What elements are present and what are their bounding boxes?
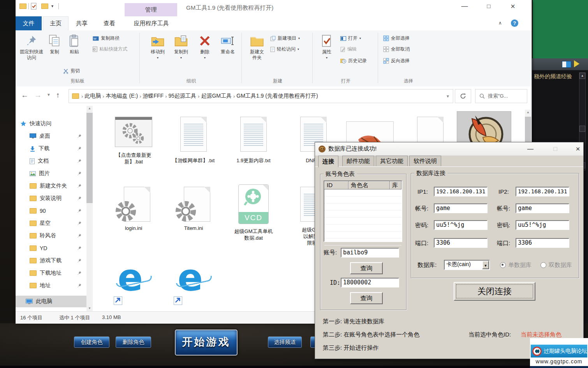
table-row[interactable] — [324, 203, 401, 210]
scroll-down-icon[interactable]: ▼ — [86, 306, 93, 311]
role-table[interactable]: ID 角色名 库 — [324, 180, 402, 242]
forward-icon[interactable]: → — [34, 91, 42, 100]
maximize-button[interactable]: □ — [480, 0, 498, 13]
file-item-txt[interactable]: 1.9更新内容.txt — [228, 117, 279, 164]
crumb-this-pc[interactable]: 此电脑 — [83, 93, 102, 100]
dropdown-arrow-icon[interactable]: ▼ — [482, 261, 489, 269]
table-row[interactable] — [324, 189, 401, 196]
pin-to-quick-access-button[interactable]: 固定到快速访问 — [19, 33, 44, 61]
file-item-ie-shortcut[interactable]: e — [114, 266, 153, 308]
sidebar-item-folder[interactable]: 游戏下载 — [16, 254, 86, 267]
tab-app-tools[interactable]: 应用程序工具 — [125, 16, 177, 30]
file-label[interactable]: 【点击查最新更新】.bat — [110, 152, 157, 165]
crumb-current[interactable]: GM工具1.9 (先看使用教程再打开) — [235, 93, 319, 100]
scroll-up-icon[interactable]: ▲ — [525, 110, 531, 115]
account-input[interactable]: bailbo9 — [341, 248, 399, 258]
close-connection-button[interactable]: 关闭连接 — [454, 282, 535, 301]
scroll-up-icon[interactable]: ▲ — [86, 106, 93, 111]
file-item-dat[interactable]: VCD 超级GM工具单机数据.dat — [228, 184, 279, 241]
select-none-button[interactable]: 全部取消 — [383, 46, 410, 53]
file-label[interactable]: 1.9更新内容.txt — [228, 157, 279, 164]
table-row[interactable] — [324, 231, 401, 238]
minimize-button[interactable]: — — [456, 0, 474, 13]
up-icon[interactable]: ↑ — [56, 91, 60, 100]
sidebar-item-folder[interactable]: 聆风谷 — [16, 230, 86, 242]
ip2-input[interactable]: 192.168.200.131 — [516, 187, 569, 196]
close-button[interactable]: × — [504, 0, 522, 13]
sidebar-item-pictures[interactable]: 图片 — [16, 167, 86, 180]
sidebar-item-folder[interactable]: 90 — [16, 205, 86, 217]
manage-contextual-tab[interactable]: 管理 — [125, 3, 177, 16]
sidebar-item-this-pc[interactable]: 此电脑 — [16, 296, 86, 307]
table-row[interactable] — [324, 224, 401, 231]
sidebar-item-folder[interactable]: 新建文件夹 — [16, 180, 86, 192]
folder-icon[interactable] — [19, 4, 26, 9]
breadcrumb[interactable]: › 此电脑› 本地磁盘 (E:)› 游蝶FFF› 95起源工具› 起源GM工具›… — [69, 89, 453, 103]
create-character-button[interactable]: 创建角色 — [74, 336, 109, 348]
column-header-id[interactable]: ID — [324, 181, 349, 189]
sidebar-item-folder[interactable]: 星空 — [16, 217, 86, 230]
user2-input[interactable]: game — [516, 203, 569, 213]
qat-dropdown-icon[interactable]: ▼ — [51, 4, 54, 8]
move-to-button[interactable]: 移动到▾ — [147, 33, 168, 61]
sidebar-item-folder[interactable]: 下载地址 — [16, 267, 86, 279]
file-label[interactable]: 超级GM工具单机数据.dat — [233, 228, 274, 241]
table-row[interactable] — [324, 217, 401, 224]
crumb-folder[interactable]: 游蝶FFF — [141, 93, 165, 100]
select-all-button[interactable]: 全部选择 — [383, 35, 410, 42]
file-item-bat[interactable]: 【点击查最新更新】.bat — [108, 117, 159, 165]
tab-view[interactable]: 查看 — [96, 16, 123, 30]
copy-to-button[interactable]: 复制到▾ — [171, 33, 192, 61]
id-input[interactable]: 18000002 — [341, 278, 399, 287]
dialog-tab-mail[interactable]: 邮件功能 — [342, 156, 374, 166]
double-db-radio[interactable]: 双数据库 — [540, 261, 572, 269]
folder-icon[interactable] — [41, 4, 48, 9]
table-row[interactable] — [324, 196, 401, 203]
dialog-maximize-button[interactable]: □ — [549, 144, 562, 154]
cut-button[interactable]: 剪切 — [63, 68, 80, 74]
dialog-minimize-button[interactable]: — — [524, 144, 537, 154]
refresh-button[interactable] — [455, 89, 471, 103]
pwd1-input[interactable]: uu5!^%jg — [434, 220, 488, 230]
sidebar-item-folder[interactable]: YD — [16, 242, 86, 254]
address-dropdown-icon[interactable]: ▼ — [446, 94, 450, 98]
open-button[interactable]: 打开▾ — [340, 35, 361, 42]
dialog-close-button[interactable]: × — [571, 144, 584, 154]
copy-button[interactable]: 复制 — [46, 33, 63, 55]
port2-input[interactable]: 3306 — [516, 238, 569, 248]
crumb-folder[interactable]: 95起源工具 — [167, 93, 198, 100]
select-channel-button[interactable]: 选择频道 — [268, 336, 302, 348]
recent-locations-icon[interactable]: ▼ — [47, 93, 51, 97]
file-label[interactable]: 【游蝶网单群】.txt — [171, 157, 217, 164]
tab-file[interactable]: 文件 — [16, 16, 42, 30]
scroll-thumb[interactable] — [86, 113, 93, 203]
properties-button[interactable]: 属性▾ — [318, 33, 336, 61]
file-item-ie-shortcut[interactable]: e — [174, 266, 213, 308]
file-item-txt[interactable]: 【游蝶网单群】.txt — [168, 117, 219, 164]
file-item-ini[interactable]: Titem.ini — [168, 187, 219, 231]
invert-selection-button[interactable]: 反向选择 — [383, 58, 410, 64]
column-header-name[interactable]: 角色名 — [349, 181, 390, 189]
scroll-thumb[interactable] — [579, 126, 585, 132]
delete-button[interactable]: 删除▾ — [195, 33, 214, 61]
collapse-ribbon-icon[interactable]: ∧ — [498, 20, 502, 26]
db-select-dropdown[interactable]: 卡恩(cain) ▼ — [444, 260, 490, 270]
query-account-button[interactable]: 查询 — [350, 262, 383, 274]
edit-button[interactable]: 编辑 — [340, 46, 357, 53]
query-id-button[interactable]: 查询 — [350, 292, 383, 304]
start-game-button[interactable]: 开始游戏 — [175, 329, 238, 356]
pwd2-input[interactable]: uu5!^%jg — [516, 220, 569, 230]
copy-path-button[interactable]: W 复制路径 — [93, 35, 120, 42]
paste-shortcut-button[interactable]: 粘贴快捷方式 — [93, 46, 127, 53]
single-db-radio[interactable]: 单数据库 — [500, 261, 532, 269]
crumb-folder[interactable]: 起源GM工具 — [199, 93, 233, 100]
delete-character-button[interactable]: 删除角色 — [116, 336, 151, 348]
file-item-ini[interactable]: login.ini — [108, 187, 159, 231]
rename-button[interactable]: 重命名 — [217, 33, 239, 55]
file-label[interactable]: login.ini — [108, 225, 159, 231]
paste-button[interactable]: 粘贴 — [65, 33, 83, 55]
search-box[interactable]: 搜索"G... — [475, 89, 527, 103]
dialog-tab-about[interactable]: 软件说明 — [409, 156, 441, 166]
user1-input[interactable]: game — [434, 203, 488, 213]
tab-home[interactable]: 主页 — [43, 16, 69, 31]
